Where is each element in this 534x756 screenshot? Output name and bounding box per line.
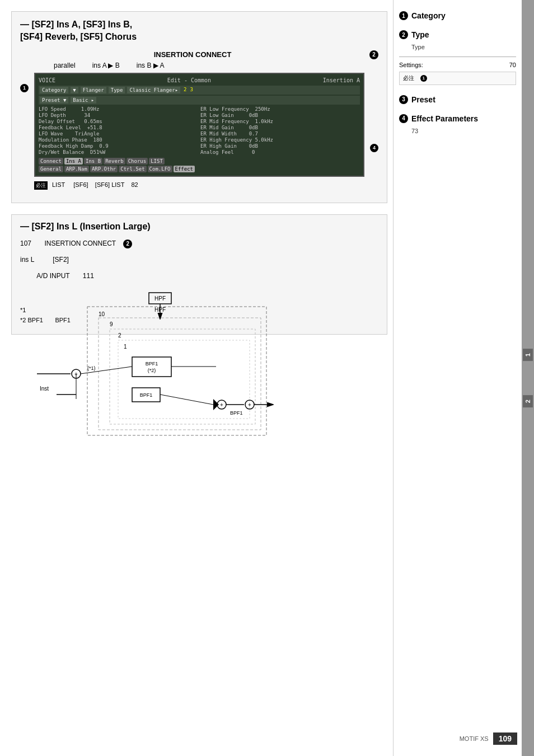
param-row: ER Mid Width 0.7 [200, 131, 360, 137]
section2-text: 107 INSERTION CONNECT 2 [20, 238, 378, 249]
sidebar-header-3: 3 Preset [399, 95, 516, 104]
type-description: Type [411, 43, 516, 52]
sidebar-item-2: 2 Type Type Settings: 70 必注 1 [399, 30, 516, 85]
tab-1[interactable]: 1 [523, 349, 533, 361]
preset-value: Basic ▸ [71, 97, 96, 104]
cat-value: Flanger [81, 87, 106, 93]
btab-ctrl-set[interactable]: Ctrl.Set [119, 166, 146, 172]
params-left: LFO Speed 1.09Hz LFO Depth 34 Delay Offs… [39, 106, 198, 156]
svg-text:BPF1: BPF1 [140, 392, 153, 398]
page-number: 109 [493, 732, 517, 745]
screen-sim: VOICE Edit - Common Insertion A Category… [34, 73, 364, 177]
btab-arp-nam[interactable]: ARP.Nam [64, 166, 89, 172]
type-value: Classic Flanger▸ [127, 87, 180, 93]
btab-com-lfo[interactable]: Com.LFO [148, 166, 172, 172]
section1: — [SF2] Ins A, [SF3] Ins B, [SF4] Reverb… [11, 11, 387, 203]
svg-line-33 [160, 395, 213, 405]
tab-ins-a[interactable]: Ins A [64, 158, 83, 165]
type-label: Type [411, 30, 429, 39]
param-row: LFO Wave TriAngle [39, 131, 198, 137]
preset-label: Preset ▼ [40, 97, 68, 104]
parallel-label: parallel [54, 62, 76, 69]
tab-2[interactable]: 2 [523, 395, 533, 407]
svg-text:1: 1 [124, 344, 127, 350]
sidebar-item-4: 4 Effect Parameters 73 [399, 114, 516, 136]
screen-title-mid: Edit - Common [167, 77, 211, 83]
svg-text:+: + [220, 402, 223, 408]
tab-reverb[interactable]: Reverb [104, 158, 125, 165]
note-label-sidebar: 必注 [403, 74, 414, 82]
sidebar-item-1: 1 Category [399, 11, 516, 20]
sidebar-header-4: 4 Effect Parameters [399, 114, 516, 123]
circled-4: 4 [399, 114, 408, 123]
page-number-bar: MOTIF XS 109 [460, 732, 517, 745]
params-container: LFO Speed 1.09Hz LFO Depth 34 Delay Offs… [39, 106, 360, 156]
cat-arrow: ▼ [71, 87, 78, 93]
insertion-connect-label: INSERTION CONNECT [20, 50, 365, 59]
note-marker: 必注 [34, 181, 48, 190]
param-row: Analog Feel 0 [200, 149, 360, 155]
btab-general[interactable]: General [39, 166, 63, 172]
tab-connect[interactable]: Connect [39, 158, 63, 165]
svg-text:(*2): (*2) [148, 368, 156, 373]
param-row: ER Low Frequency 250Hz [200, 106, 360, 112]
circled-3: 3 [399, 95, 408, 104]
circled-num-2: 2 [369, 50, 378, 59]
param-row: Delay Offset 0.65ms [39, 119, 198, 124]
screen-bottom-tabs: General ARP.Nam ARP.Othr Ctrl.Set Com.LF… [39, 166, 360, 172]
svg-rect-10 [132, 357, 171, 377]
param-row: ER High Frequency 5.0kHz [200, 137, 360, 143]
screen-header: VOICE Edit - Common Insertion A [39, 77, 360, 83]
svg-marker-32 [213, 399, 219, 410]
screen-category-row: Category ▼ Flanger Type Classic Flanger▸… [39, 86, 360, 95]
param-row: Dry/Wet Balance D51%W [39, 149, 198, 155]
marker-4: 4 [370, 144, 378, 152]
marker-1: 1 [20, 84, 29, 92]
marker-3-screen: 3 [190, 87, 193, 93]
note-row: 必注 LIST [SF6] [SF6] LIST 82 [34, 181, 364, 190]
tab-list[interactable]: LIST [149, 158, 165, 165]
note-text: LIST [SF6] [SF6] LIST 82 [52, 181, 138, 188]
insert-labels: parallel ins A ▶ B ins B ▶ A [20, 62, 378, 69]
param-row: ER Mid Gain 0dB [200, 125, 360, 130]
right-sidebar: 1 Category 2 Type Type Settings: 70 必注 1 [393, 0, 522, 756]
product-label: MOTIF XS [460, 735, 489, 742]
param-row: ER Low Gain 0dB [200, 112, 360, 118]
svg-text:10: 10 [99, 311, 105, 317]
diagram-container: HPF 10 9 2 1 BPF1 [20, 287, 378, 457]
section2: — [SF2] Ins L (Insertion Large) 107 INSE… [11, 214, 387, 335]
btab-effect[interactable]: Effect [174, 166, 195, 172]
param-row: ER High Gain 0dB [200, 143, 360, 149]
sidebar-item-3: 3 Preset [399, 95, 516, 104]
svg-rect-2 [87, 307, 266, 435]
param-row: ER Mid Frequency 1.0kHz [200, 119, 360, 124]
param-row: LFO Speed 1.09Hz [39, 106, 198, 112]
circled-2: 2 [399, 30, 408, 39]
param-row: Modulation Phase 180 [39, 137, 198, 143]
hpf-label: HPF [154, 307, 166, 313]
svg-text:9: 9 [110, 321, 113, 327]
sidebar-header-1: 1 Category [399, 11, 516, 20]
param-row: Feedback High Damp 0.9 [39, 143, 198, 149]
tab-ins-b[interactable]: Ins B [84, 158, 102, 165]
category-label: Category [411, 11, 446, 20]
svg-text:+: + [248, 402, 251, 408]
screen-tabs: Connect Ins A Ins B Reverb Chorus LIST [39, 158, 360, 165]
circled-1: 1 [399, 11, 408, 20]
type-label: Type [109, 87, 125, 93]
section1-title: — [SF2] Ins A, [SF3] Ins B, [SF4] Reverb… [20, 18, 378, 44]
param-row: LFO Depth 34 [39, 112, 198, 118]
note-circled: 1 [420, 75, 427, 82]
sidebar-note-box: 必注 1 [399, 72, 516, 85]
svg-text:BPF1: BPF1 [146, 361, 158, 367]
effect-desc: 73 [411, 126, 516, 136]
tab-chorus[interactable]: Chorus [127, 158, 148, 165]
screen-title-right: Insertion A [323, 77, 360, 83]
circled-2-s2: 2 [123, 240, 132, 248]
cat-label: Category [40, 87, 68, 93]
ins-ab-label: ins A ▶ B [92, 62, 120, 69]
marker-2-screen: 2 [184, 87, 186, 93]
svg-text:Inst: Inst [40, 386, 49, 392]
svg-text:2: 2 [118, 332, 121, 339]
btab-arp-othr[interactable]: ARP.Othr [90, 166, 118, 172]
